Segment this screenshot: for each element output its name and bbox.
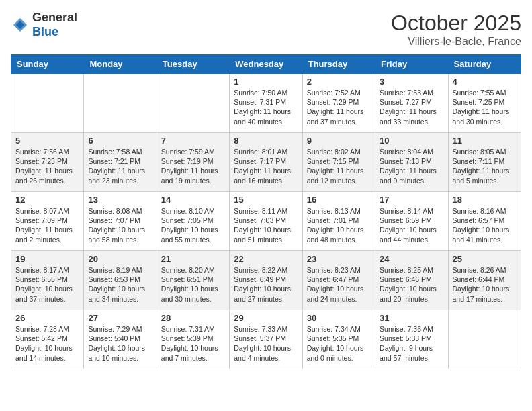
day-number: 11 bbox=[453, 136, 517, 146]
weekday-header: Sunday bbox=[11, 55, 84, 74]
day-info: Sunrise: 7:52 AM Sunset: 7:29 PM Dayligh… bbox=[307, 88, 371, 126]
calendar-cell: 3Sunrise: 7:53 AM Sunset: 7:27 PM Daylig… bbox=[375, 74, 448, 133]
day-number: 31 bbox=[380, 313, 443, 323]
day-number: 6 bbox=[88, 136, 152, 146]
day-number: 3 bbox=[380, 77, 443, 87]
calendar-cell: 13Sunrise: 8:08 AM Sunset: 7:07 PM Dayli… bbox=[84, 192, 157, 251]
page-header: General Blue October 2025 Villiers-le-Ba… bbox=[11, 11, 521, 48]
day-info: Sunrise: 7:56 AM Sunset: 7:23 PM Dayligh… bbox=[15, 147, 79, 185]
location-subtitle: Villiers-le-Bacle, France bbox=[391, 36, 521, 48]
day-info: Sunrise: 8:04 AM Sunset: 7:13 PM Dayligh… bbox=[380, 147, 443, 185]
calendar-cell: 21Sunrise: 8:20 AM Sunset: 6:51 PM Dayli… bbox=[157, 251, 229, 310]
day-info: Sunrise: 8:02 AM Sunset: 7:15 PM Dayligh… bbox=[307, 147, 371, 185]
calendar-cell: 27Sunrise: 7:29 AM Sunset: 5:40 PM Dayli… bbox=[84, 310, 157, 369]
day-number: 4 bbox=[453, 77, 517, 87]
calendar-cell: 20Sunrise: 8:19 AM Sunset: 6:53 PM Dayli… bbox=[84, 251, 157, 310]
day-number: 20 bbox=[88, 254, 152, 264]
day-number: 13 bbox=[88, 195, 152, 205]
day-number: 12 bbox=[15, 195, 79, 205]
day-number: 7 bbox=[161, 136, 225, 146]
calendar-cell: 23Sunrise: 8:23 AM Sunset: 6:47 PM Dayli… bbox=[302, 251, 375, 310]
day-number: 21 bbox=[161, 254, 225, 264]
calendar-cell: 1Sunrise: 7:50 AM Sunset: 7:31 PM Daylig… bbox=[230, 74, 302, 133]
day-info: Sunrise: 7:55 AM Sunset: 7:25 PM Dayligh… bbox=[453, 88, 517, 126]
calendar-cell: 15Sunrise: 8:11 AM Sunset: 7:03 PM Dayli… bbox=[230, 192, 302, 251]
day-info: Sunrise: 8:23 AM Sunset: 6:47 PM Dayligh… bbox=[307, 265, 371, 304]
calendar-cell: 11Sunrise: 8:05 AM Sunset: 7:11 PM Dayli… bbox=[448, 133, 521, 192]
logo-general: General bbox=[32, 11, 77, 24]
calendar-week-row: 5Sunrise: 7:56 AM Sunset: 7:23 PM Daylig… bbox=[11, 133, 521, 192]
day-info: Sunrise: 8:05 AM Sunset: 7:11 PM Dayligh… bbox=[453, 147, 517, 185]
calendar-cell bbox=[157, 74, 229, 133]
day-info: Sunrise: 8:14 AM Sunset: 6:59 PM Dayligh… bbox=[380, 206, 443, 244]
day-number: 16 bbox=[307, 195, 371, 205]
day-number: 17 bbox=[380, 195, 443, 205]
calendar-cell: 18Sunrise: 8:16 AM Sunset: 6:57 PM Dayli… bbox=[448, 192, 521, 251]
calendar-week-row: 26Sunrise: 7:28 AM Sunset: 5:42 PM Dayli… bbox=[11, 310, 521, 369]
day-number: 15 bbox=[234, 195, 298, 205]
day-number: 8 bbox=[234, 136, 298, 146]
day-number: 30 bbox=[307, 313, 371, 323]
day-info: Sunrise: 7:53 AM Sunset: 7:27 PM Dayligh… bbox=[380, 88, 443, 126]
day-info: Sunrise: 8:01 AM Sunset: 7:17 PM Dayligh… bbox=[234, 147, 298, 185]
calendar-cell: 9Sunrise: 8:02 AM Sunset: 7:15 PM Daylig… bbox=[302, 133, 375, 192]
day-info: Sunrise: 7:50 AM Sunset: 7:31 PM Dayligh… bbox=[234, 88, 298, 126]
day-info: Sunrise: 8:13 AM Sunset: 7:01 PM Dayligh… bbox=[307, 206, 371, 244]
weekday-header-row: SundayMondayTuesdayWednesdayThursdayFrid… bbox=[11, 55, 521, 74]
day-number: 28 bbox=[161, 313, 225, 323]
calendar-cell: 17Sunrise: 8:14 AM Sunset: 6:59 PM Dayli… bbox=[375, 192, 448, 251]
logo: General Blue bbox=[11, 11, 77, 39]
calendar-cell: 14Sunrise: 8:10 AM Sunset: 7:05 PM Dayli… bbox=[157, 192, 229, 251]
day-info: Sunrise: 7:33 AM Sunset: 5:37 PM Dayligh… bbox=[234, 324, 298, 363]
day-number: 2 bbox=[307, 77, 371, 87]
weekday-header: Wednesday bbox=[230, 55, 302, 74]
calendar-cell: 4Sunrise: 7:55 AM Sunset: 7:25 PM Daylig… bbox=[448, 74, 521, 133]
day-info: Sunrise: 7:29 AM Sunset: 5:40 PM Dayligh… bbox=[88, 324, 152, 363]
day-number: 9 bbox=[307, 136, 371, 146]
logo-icon bbox=[11, 15, 30, 34]
day-number: 5 bbox=[15, 136, 79, 146]
day-info: Sunrise: 8:17 AM Sunset: 6:55 PM Dayligh… bbox=[15, 265, 79, 304]
day-number: 27 bbox=[88, 313, 152, 323]
day-info: Sunrise: 8:22 AM Sunset: 6:49 PM Dayligh… bbox=[234, 265, 298, 304]
calendar-cell: 22Sunrise: 8:22 AM Sunset: 6:49 PM Dayli… bbox=[230, 251, 302, 310]
day-info: Sunrise: 7:28 AM Sunset: 5:42 PM Dayligh… bbox=[15, 324, 79, 363]
calendar-cell: 19Sunrise: 8:17 AM Sunset: 6:55 PM Dayli… bbox=[11, 251, 84, 310]
calendar-cell bbox=[11, 74, 84, 133]
calendar-cell: 10Sunrise: 8:04 AM Sunset: 7:13 PM Dayli… bbox=[375, 133, 448, 192]
calendar-cell bbox=[84, 74, 157, 133]
calendar-week-row: 19Sunrise: 8:17 AM Sunset: 6:55 PM Dayli… bbox=[11, 251, 521, 310]
calendar-week-row: 12Sunrise: 8:07 AM Sunset: 7:09 PM Dayli… bbox=[11, 192, 521, 251]
calendar-table: SundayMondayTuesdayWednesdayThursdayFrid… bbox=[11, 54, 521, 369]
calendar-title: October 2025 bbox=[391, 11, 521, 36]
day-info: Sunrise: 7:59 AM Sunset: 7:19 PM Dayligh… bbox=[161, 147, 225, 185]
calendar-cell bbox=[448, 310, 521, 369]
day-info: Sunrise: 8:10 AM Sunset: 7:05 PM Dayligh… bbox=[161, 206, 225, 244]
day-number: 19 bbox=[15, 254, 79, 264]
calendar-cell: 25Sunrise: 8:26 AM Sunset: 6:44 PM Dayli… bbox=[448, 251, 521, 310]
weekday-header: Tuesday bbox=[157, 55, 229, 74]
day-info: Sunrise: 8:20 AM Sunset: 6:51 PM Dayligh… bbox=[161, 265, 225, 304]
weekday-header: Thursday bbox=[302, 55, 375, 74]
day-info: Sunrise: 7:31 AM Sunset: 5:39 PM Dayligh… bbox=[161, 324, 225, 363]
calendar-cell: 7Sunrise: 7:59 AM Sunset: 7:19 PM Daylig… bbox=[157, 133, 229, 192]
calendar-cell: 8Sunrise: 8:01 AM Sunset: 7:17 PM Daylig… bbox=[230, 133, 302, 192]
day-info: Sunrise: 8:25 AM Sunset: 6:46 PM Dayligh… bbox=[380, 265, 443, 304]
day-number: 26 bbox=[15, 313, 79, 323]
calendar-cell: 28Sunrise: 7:31 AM Sunset: 5:39 PM Dayli… bbox=[157, 310, 229, 369]
weekday-header: Friday bbox=[375, 55, 448, 74]
calendar-cell: 5Sunrise: 7:56 AM Sunset: 7:23 PM Daylig… bbox=[11, 133, 84, 192]
calendar-cell: 16Sunrise: 8:13 AM Sunset: 7:01 PM Dayli… bbox=[302, 192, 375, 251]
calendar-cell: 2Sunrise: 7:52 AM Sunset: 7:29 PM Daylig… bbox=[302, 74, 375, 133]
day-info: Sunrise: 7:58 AM Sunset: 7:21 PM Dayligh… bbox=[88, 147, 152, 185]
day-number: 14 bbox=[161, 195, 225, 205]
day-number: 10 bbox=[380, 136, 443, 146]
weekday-header: Monday bbox=[84, 55, 157, 74]
day-info: Sunrise: 8:16 AM Sunset: 6:57 PM Dayligh… bbox=[453, 206, 517, 244]
calendar-cell: 30Sunrise: 7:34 AM Sunset: 5:35 PM Dayli… bbox=[302, 310, 375, 369]
calendar-week-row: 1Sunrise: 7:50 AM Sunset: 7:31 PM Daylig… bbox=[11, 74, 521, 133]
calendar-cell: 6Sunrise: 7:58 AM Sunset: 7:21 PM Daylig… bbox=[84, 133, 157, 192]
day-info: Sunrise: 7:34 AM Sunset: 5:35 PM Dayligh… bbox=[307, 324, 371, 363]
day-number: 25 bbox=[453, 254, 517, 264]
day-number: 29 bbox=[234, 313, 298, 323]
